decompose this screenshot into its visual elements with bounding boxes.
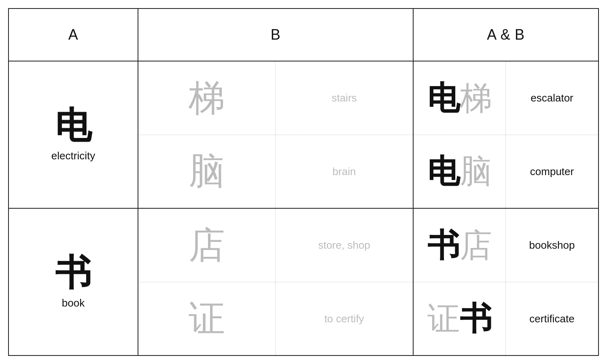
ab-entry-row1-1: 电 脑 computer bbox=[414, 135, 598, 208]
a-cell-row2: 书 book bbox=[9, 209, 138, 356]
ab-trans-row2-0: bookshop bbox=[506, 209, 598, 282]
b-trans-row2-1: to certify bbox=[276, 282, 413, 355]
b-char-row1-1: 脑 bbox=[138, 135, 276, 208]
b-entry-row2-1: 证 to certify bbox=[138, 282, 413, 355]
ab-char-row2-0: 书 店 bbox=[414, 209, 506, 282]
b-trans-row1-1: brain bbox=[276, 135, 413, 208]
b-char-text-row1-1: 脑 bbox=[189, 153, 225, 190]
header-a-label: A bbox=[68, 26, 79, 43]
ab-trans-row1-0: escalator bbox=[506, 61, 598, 135]
combined-char2-row1-1: 脑 bbox=[460, 155, 492, 188]
combined-chars-row2-1: 证 书 bbox=[427, 303, 492, 335]
combined-char2-row2-1: 书 bbox=[460, 303, 492, 335]
ab-char-row1-0: 电 梯 bbox=[414, 61, 506, 135]
b-char-row2-0: 店 bbox=[138, 209, 276, 282]
combined-char1-row1-1: 电 bbox=[427, 155, 460, 188]
header-ab: A & B bbox=[414, 9, 599, 61]
header-ab-label: A & B bbox=[487, 26, 525, 43]
a-translation-row1: electricity bbox=[51, 150, 95, 162]
combined-chars-row1-1: 电 脑 bbox=[427, 155, 492, 188]
b-trans-text-row1-0: stairs bbox=[331, 92, 357, 104]
b-trans-text-row2-1: to certify bbox=[324, 313, 364, 325]
b-section-row1: 梯 stairs 脑 brain bbox=[138, 61, 414, 209]
b-section-row2: 店 store, shop 证 to certify bbox=[138, 209, 414, 356]
b-entry-row2-0: 店 store, shop bbox=[138, 209, 413, 282]
combined-char1-row1-0: 电 bbox=[427, 82, 460, 114]
ab-section-row1: 电 梯 escalator 电 脑 computer bbox=[414, 61, 599, 209]
b-trans-text-row1-1: brain bbox=[333, 165, 356, 178]
b-entry-row1-0: 梯 stairs bbox=[138, 61, 413, 135]
ab-trans-text-row2-0: bookshop bbox=[529, 239, 575, 252]
combined-char1-row2-0: 书 bbox=[427, 229, 460, 262]
ab-trans-text-row1-0: escalator bbox=[531, 92, 573, 104]
header-b: B bbox=[138, 9, 414, 61]
ab-trans-text-row1-1: computer bbox=[530, 165, 574, 178]
b-trans-row1-0: stairs bbox=[276, 61, 413, 135]
b-char-row1-0: 梯 bbox=[138, 61, 276, 135]
main-grid: A B A & B 电 electricity 梯 stairs 脑 brain bbox=[8, 8, 599, 356]
ab-entry-row2-1: 证 书 certificate bbox=[414, 282, 598, 355]
ab-trans-row2-1: certificate bbox=[506, 282, 598, 355]
combined-char2-row1-0: 梯 bbox=[460, 82, 492, 114]
header-b-label: B bbox=[271, 26, 281, 43]
ab-entry-row2-0: 书 店 bookshop bbox=[414, 209, 598, 282]
b-char-row2-1: 证 bbox=[138, 282, 276, 355]
b-trans-text-row2-0: store, shop bbox=[318, 239, 370, 252]
b-char-text-row2-0: 店 bbox=[189, 227, 225, 264]
b-trans-row2-0: store, shop bbox=[276, 209, 413, 282]
header-a: A bbox=[9, 9, 138, 61]
combined-chars-row2-0: 书 店 bbox=[427, 229, 492, 262]
ab-char-row1-1: 电 脑 bbox=[414, 135, 506, 208]
combined-chars-row1-0: 电 梯 bbox=[427, 82, 492, 114]
combined-char2-row2-0: 店 bbox=[460, 229, 492, 262]
b-char-text-row2-1: 证 bbox=[189, 301, 225, 337]
ab-section-row2: 书 店 bookshop 证 书 certificate bbox=[414, 209, 599, 356]
b-entry-row1-1: 脑 brain bbox=[138, 135, 413, 208]
ab-entry-row1-0: 电 梯 escalator bbox=[414, 61, 598, 135]
a-cell-row1: 电 electricity bbox=[9, 61, 138, 209]
ab-trans-row1-1: computer bbox=[506, 135, 598, 208]
ab-trans-text-row2-1: certificate bbox=[529, 313, 574, 325]
a-translation-row2: book bbox=[62, 297, 85, 309]
a-char-row1: 电 bbox=[55, 108, 91, 144]
b-char-text-row1-0: 梯 bbox=[189, 80, 225, 116]
combined-char1-row2-1: 证 bbox=[427, 303, 460, 335]
ab-char-row2-1: 证 书 bbox=[414, 282, 506, 355]
a-char-row2: 书 bbox=[55, 255, 91, 291]
